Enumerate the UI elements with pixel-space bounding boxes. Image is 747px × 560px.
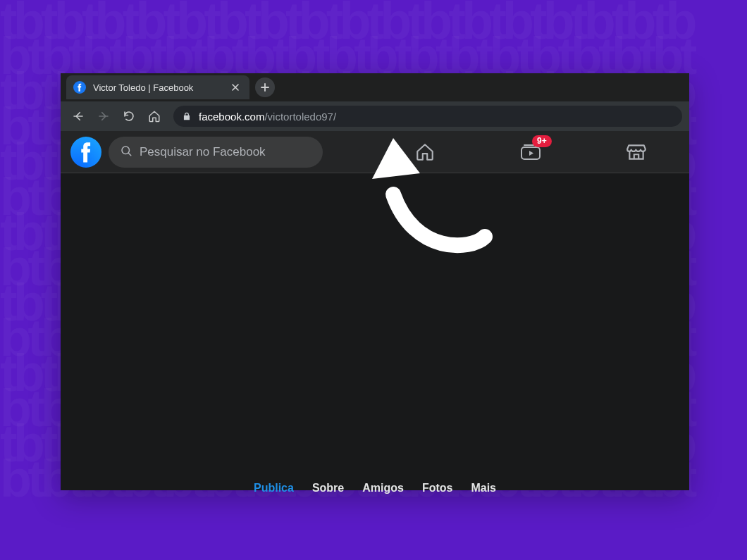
forward-button[interactable]	[93, 106, 114, 127]
watch-badge: 9+	[532, 135, 552, 147]
address-text: facebook.com/victortoledo97/	[199, 111, 336, 123]
svg-point-2	[122, 147, 130, 154]
facebook-content: Publica Sobre Amigos Fotos Mais	[61, 173, 689, 490]
browser-toolbar: facebook.com/victortoledo97/	[61, 101, 689, 131]
facebook-header: 9+	[61, 131, 689, 173]
address-bar[interactable]: facebook.com/victortoledo97/	[173, 106, 682, 127]
nav-watch[interactable]: 9+	[478, 131, 584, 173]
url-path: /victortoledo97/	[264, 111, 336, 123]
tab-more[interactable]: Mais	[471, 482, 496, 494]
home-icon	[414, 142, 436, 163]
browser-tab-active[interactable]: Victor Toledo | Facebook	[66, 75, 249, 99]
facebook-favicon-icon	[73, 81, 86, 94]
tab-photos[interactable]: Fotos	[422, 482, 453, 494]
close-tab-button[interactable]	[230, 82, 241, 93]
reload-button[interactable]	[118, 106, 140, 127]
facebook-search-container[interactable]	[109, 137, 323, 168]
new-tab-button[interactable]	[255, 77, 275, 97]
profile-tabs: Publica Sobre Amigos Fotos Mais	[61, 482, 689, 494]
tab-title: Victor Toledo | Facebook	[93, 82, 223, 93]
nav-marketplace[interactable]	[584, 131, 689, 173]
facebook-nav: 9+	[372, 131, 689, 173]
marketplace-icon	[626, 142, 647, 163]
lock-icon	[182, 111, 192, 121]
tab-about[interactable]: Sobre	[312, 482, 344, 494]
search-icon	[120, 144, 132, 160]
tab-strip: Victor Toledo | Facebook	[61, 73, 689, 101]
facebook-logo-button[interactable]	[70, 137, 101, 168]
url-domain: facebook.com	[199, 111, 264, 123]
search-input[interactable]	[140, 145, 311, 159]
back-button[interactable]	[68, 106, 89, 127]
nav-home[interactable]	[372, 131, 478, 173]
tab-friends[interactable]: Amigos	[362, 482, 404, 494]
tab-posts[interactable]: Publica	[254, 482, 294, 494]
browser-window: Victor Toledo | Facebook facebook.	[61, 73, 689, 490]
home-toolbar-button[interactable]	[144, 106, 165, 127]
